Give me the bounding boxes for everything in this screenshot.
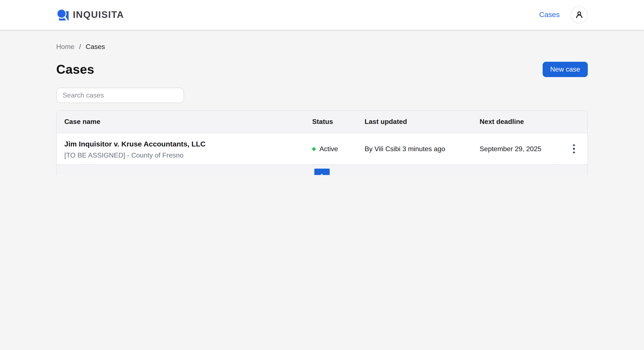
search-input[interactable] <box>56 88 184 103</box>
column-header-last-updated: Last updated <box>364 118 480 126</box>
column-header-status: Status <box>312 118 364 126</box>
breadcrumb-current: Cases <box>86 42 105 51</box>
table-row[interactable]: Jim Inquisitor v. Kruse Accountants, LLC… <box>57 133 587 165</box>
brand-wordmark: INQUISITA <box>73 9 124 20</box>
app-root: INQUISITA Cases Home / Cases <box>0 0 644 175</box>
column-header-case-name: Case name <box>57 118 312 126</box>
status-dot-icon <box>312 147 316 150</box>
brand-logo[interactable]: INQUISITA <box>56 8 124 21</box>
next-deadline-cell: September 29, 2025 <box>480 145 560 153</box>
page-title: Cases <box>56 61 94 78</box>
kebab-dot-icon <box>573 144 575 146</box>
breadcrumb-separator: / <box>79 42 81 51</box>
status-badge: Active <box>320 145 338 153</box>
cases-table: Case name Status Last updated Next deadl… <box>56 110 588 175</box>
kebab-dot-icon <box>573 148 575 150</box>
column-header-next-deadline: Next deadline <box>480 118 560 126</box>
nav-cases-link[interactable]: Cases <box>539 11 560 19</box>
main-content: Home / Cases Cases New case Case name St… <box>56 42 588 175</box>
case-name-link[interactable]: Jim Inquisitor v. Kruse Accountants, LLC <box>64 140 312 149</box>
case-subtitle: [TO BE ASSIGNED] - County of Fresno <box>64 151 312 160</box>
breadcrumb: Home / Cases <box>56 42 588 51</box>
user-icon <box>574 10 584 20</box>
table-pagination: 1 <box>57 165 587 175</box>
new-case-button[interactable]: New case <box>543 62 588 77</box>
pagination-page-1-button[interactable]: 1 <box>314 168 330 175</box>
row-actions-menu-button[interactable] <box>569 142 579 156</box>
kebab-dot-icon <box>573 152 575 154</box>
magnifier-logo-icon <box>56 8 70 21</box>
avatar-button[interactable] <box>571 6 588 24</box>
breadcrumb-home[interactable]: Home <box>56 42 74 51</box>
top-header-bar: INQUISITA Cases <box>0 0 644 30</box>
last-updated-cell: By Vili Csibi 3 minutes ago <box>364 145 480 153</box>
table-header-row: Case name Status Last updated Next deadl… <box>57 111 587 133</box>
